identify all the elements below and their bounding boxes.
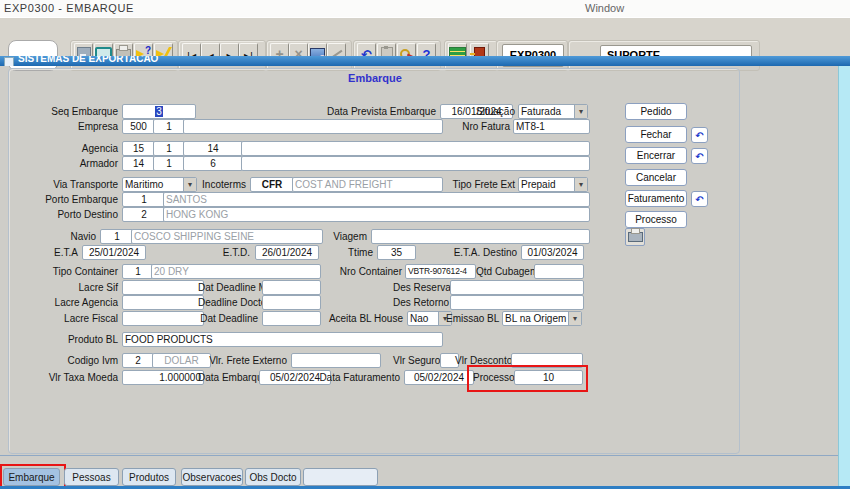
tipo-frete-ext-dropdown[interactable]: Prepaid [518, 177, 588, 192]
right-scroll-strip[interactable] [838, 66, 850, 486]
porto-destino-label: Porto Destino [28, 209, 118, 220]
print-small-button[interactable] [625, 228, 645, 246]
faturamento-button[interactable]: Faturamento [625, 190, 687, 207]
dat-deadline-field[interactable] [262, 311, 321, 326]
porto-destino-name-field: HONG KONG [163, 207, 590, 222]
codigo-ivm-code-field[interactable]: 2 [122, 353, 154, 368]
seq-embarque-field[interactable]: 3 [122, 104, 196, 119]
menu-window[interactable]: Window [585, 2, 624, 14]
tab-observacoes[interactable]: Observacoes [181, 468, 243, 486]
situacao-value: Faturada [521, 106, 561, 117]
agencia-code-field[interactable]: 15 [122, 141, 155, 156]
nro-container-field[interactable]: VBTR-907612-4 [405, 264, 476, 279]
processo-button[interactable]: Processo [625, 211, 687, 228]
navio-name-field: COSCO SHIPPING SEINE [131, 229, 323, 244]
navio-label: Navio [28, 231, 96, 242]
tipo-container-code-field[interactable]: 1 [122, 264, 154, 279]
viagem-field[interactable] [371, 229, 590, 244]
application-window: EXP0300 - EMBARQUE Window EXP0300 SUP [0, 0, 850, 489]
armador-code-field[interactable]: 14 [122, 156, 155, 171]
qtd-cubagem-field[interactable] [534, 264, 584, 279]
vlr-taxa-moeda-field[interactable]: 1.000000 [122, 370, 204, 385]
porto-embarque-label: Porto Embarque [28, 194, 118, 205]
deadline-docto-label: Deadline Docto [198, 297, 258, 308]
produto-bl-label: Produto BL [28, 334, 118, 345]
toolbar: EXP0300 SUPORTE [0, 17, 850, 57]
eta-destino-label: E.T.A. Destino [448, 247, 517, 258]
codigo-ivm-label: Codigo Ivm [28, 355, 118, 366]
vlr-frete-externo-field[interactable] [291, 353, 381, 368]
nro-container-label: Nro Container [333, 266, 402, 277]
encerrar-undo-button[interactable] [691, 148, 708, 164]
produto-bl-field[interactable]: FOOD PRODUCTS [122, 332, 443, 347]
agencia-org-field[interactable]: 1 [153, 141, 185, 156]
porto-embarque-code-field[interactable]: 1 [122, 192, 166, 207]
encerrar-button[interactable]: Encerrar [625, 147, 687, 164]
chevron-down-icon[interactable] [568, 312, 581, 325]
tipo-container-desc-field: 20 DRY [151, 264, 321, 279]
tab-pessoas[interactable]: Pessoas [64, 468, 119, 486]
des-reserva-field[interactable] [450, 280, 584, 295]
incoterms-label: Incoterms [196, 179, 246, 190]
des-retorno-field[interactable] [450, 295, 584, 310]
nro-fatura-field[interactable]: MT8-1 [513, 119, 590, 134]
etd-field[interactable]: 26/01/2024 [255, 245, 319, 260]
mdi-titlebar: SISTEMAS DE EXPORTACAO [0, 56, 850, 66]
via-transporte-value: Maritimo [125, 179, 163, 190]
dat-deadline-label: Dat Deadline [198, 313, 258, 324]
dat-deadline-ma-field[interactable] [262, 280, 321, 295]
ttime-field[interactable]: 35 [377, 245, 416, 260]
lacre-sif-field[interactable] [122, 280, 204, 295]
lacre-fiscal-field[interactable] [122, 311, 204, 326]
bottom-divider [0, 455, 850, 456]
empresa-code-field[interactable]: 500 [122, 119, 155, 134]
tab-produtos[interactable]: Produtos [122, 468, 176, 486]
chevron-down-icon[interactable] [574, 178, 587, 191]
des-retorno-label: Des Retorno [393, 297, 447, 308]
porto-destino-code-field[interactable]: 2 [122, 207, 166, 222]
chevron-down-icon[interactable] [574, 105, 587, 118]
viagem-label: Viagem [313, 231, 367, 242]
faturamento-undo-button[interactable] [691, 191, 708, 207]
deadline-docto-field[interactable] [262, 295, 321, 310]
fechar-undo-button[interactable] [691, 127, 708, 143]
etd-label: E.T.D. [213, 247, 250, 258]
armador-ref-field[interactable]: 6 [183, 156, 243, 171]
via-transporte-dropdown[interactable]: Maritimo [122, 177, 197, 192]
seq-embarque-label: Seq Embarque [28, 106, 118, 117]
tipo-frete-ext-label: Tipo Frete Ext [438, 179, 515, 190]
situacao-dropdown[interactable]: Faturada [518, 104, 588, 119]
navio-code-field[interactable]: 1 [100, 229, 134, 244]
agencia-ref-field[interactable]: 14 [183, 141, 243, 156]
via-transporte-label: Via Transporte [28, 179, 118, 190]
emissao-bl-value: BL na Origem [505, 313, 566, 324]
qtd-cubagem-label: Qtd Cubagem [476, 266, 531, 277]
tipo-container-label: Tipo Container [28, 266, 118, 277]
agencia-name-field[interactable] [241, 141, 590, 156]
tab-strip-filler [303, 468, 378, 486]
cancelar-button[interactable]: Cancelar [625, 169, 687, 186]
lacre-agencia-field[interactable] [122, 295, 204, 310]
emissao-bl-dropdown[interactable]: BL na Origem [502, 311, 582, 326]
lacre-fiscal-label: Lacre Fiscal [28, 313, 118, 324]
processo-field[interactable]: 10 [514, 370, 583, 385]
tab-embarque[interactable]: Embarque [3, 468, 60, 486]
eta-destino-field[interactable]: 01/03/2024 [521, 245, 584, 260]
chevron-down-icon[interactable] [183, 178, 196, 191]
emissao-bl-label: Emissao BL [446, 313, 498, 324]
vlr-desconto-field[interactable] [511, 353, 583, 368]
tipo-frete-ext-value: Prepaid [521, 179, 555, 190]
window-title: EXP0300 - EMBARQUE [4, 2, 134, 14]
armador-org-field[interactable]: 1 [153, 156, 185, 171]
empresa-org-field[interactable]: 1 [153, 119, 185, 134]
mdi-window-icon [4, 57, 14, 66]
eta-field[interactable]: 25/01/2024 [82, 245, 146, 260]
tab-obs-docto[interactable]: Obs Docto [245, 468, 301, 486]
window-chrome: EXP0300 - EMBARQUE Window [0, 0, 850, 17]
fechar-button[interactable]: Fechar [625, 126, 687, 143]
empresa-name-field[interactable] [183, 119, 443, 134]
data-faturamento-field[interactable]: 05/02/2024 [404, 370, 474, 385]
incoterms-code-field[interactable]: CFR [250, 177, 294, 192]
armador-name-field[interactable] [241, 156, 590, 171]
pedido-button[interactable]: Pedido [625, 103, 687, 120]
